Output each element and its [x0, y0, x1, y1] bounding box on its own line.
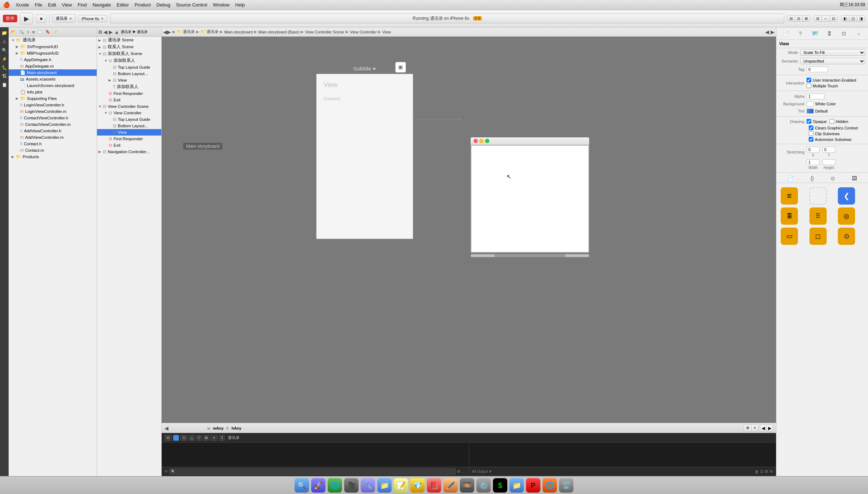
dock-books[interactable]: 📕 [427, 478, 441, 493]
tree-item-contactvc-m[interactable]: ▶ m ContactViewController.m [9, 121, 97, 128]
size-toggle-list[interactable]: ≡ [752, 425, 758, 431]
tree-item-addvc-h[interactable]: ▶ h AddViewController.h [9, 128, 97, 134]
view-toggle-1[interactable]: ⊟ [788, 16, 795, 21]
nav-branch-icon[interactable]: ⑂ [27, 30, 29, 34]
scene-add-bottom-layout[interactable]: ▶ ⊟ Bottom Layout... [97, 70, 161, 77]
tree-item-products[interactable]: ▶ 📁 Products [9, 154, 97, 160]
menu-xcode[interactable]: Xcode [16, 2, 29, 8]
editor-toggle-3[interactable]: ⊡ [830, 16, 837, 21]
output-split-icon[interactable]: ⊡ [760, 469, 763, 474]
output-btn-6[interactable]: ⊠ [203, 435, 209, 441]
tree-item-launchscreen[interactable]: ▶ 📄 LaunchScreen.storyboard [9, 82, 97, 89]
scene-tongxun[interactable]: ▶ ⊟ 通讯录 Scene [97, 37, 161, 44]
scene-add-top-layout[interactable]: ▶ ⊟ Top Layout Guide [97, 64, 161, 70]
scene-add-exit[interactable]: ▶ ⊙ Exit [97, 97, 161, 103]
scene-vc-expanded[interactable]: ▼ ⊟ View Controller Scene [97, 103, 161, 110]
canvas-scrollbar-h[interactable] [471, 254, 589, 257]
menu-source-control[interactable]: Source Control [176, 2, 207, 8]
nav-issues-icon[interactable]: ⚡ [53, 29, 58, 34]
dock-pen[interactable]: 🖊️ [443, 478, 458, 493]
tint-color-swatch[interactable] [807, 109, 814, 114]
up-arrow-button[interactable]: ▲ [114, 29, 119, 35]
lib-code-icon[interactable]: {} [811, 175, 814, 181]
hidden-checkbox[interactable] [830, 119, 834, 124]
storyboard-canvas[interactable]: Main storyboard Subtitle ▶ ⊞ View Conten… [162, 37, 776, 423]
lib-icon-6[interactable]: ◎ [838, 207, 855, 225]
lib-file-icon[interactable]: 📄 [788, 175, 794, 181]
editor-toggle-1[interactable]: ⊟ [814, 16, 822, 21]
dock-trash[interactable]: 🗑️ [559, 478, 573, 493]
clears-graphics-checkbox[interactable] [809, 125, 813, 130]
lib-obj-icon[interactable]: ⊙ [831, 175, 835, 181]
stretching-x-input[interactable] [807, 147, 819, 152]
win-minimize-btn[interactable] [479, 139, 484, 143]
inspector-semantic-select[interactable]: Unspecified [800, 58, 865, 64]
multiple-touch-checkbox[interactable] [807, 83, 811, 88]
tree-item-addvc-m[interactable]: ▶ m AddViewController.m [9, 134, 97, 141]
size-any-w[interactable]: wAny [213, 426, 223, 430]
view-controller-icon[interactable]: ⊞ [395, 62, 406, 73]
dock-xcode[interactable]: 🔧 [361, 478, 375, 493]
output-expand-icon[interactable]: ⊞ [765, 469, 768, 474]
breadcrumb-forward[interactable]: ▶ [167, 29, 171, 35]
dock-safari[interactable]: 🌐 [328, 478, 342, 493]
stop-button[interactable]: ■ [36, 14, 46, 23]
scene-vc-top-layout[interactable]: ▶ ⊟ Top Layout Guide [97, 116, 161, 123]
bg-color-swatch[interactable] [807, 101, 814, 106]
tree-item-appdelegate-m[interactable]: ▶ m AppDelegate.m [9, 63, 97, 69]
output-filter-input[interactable]: 🔍 [169, 468, 456, 475]
stretching-width-input[interactable] [807, 159, 819, 165]
lib-icon-9[interactable]: ⊙ [838, 228, 855, 245]
menu-find[interactable]: Find [78, 2, 87, 8]
size-arrow-left[interactable]: ◀ [760, 425, 767, 431]
dock-media[interactable]: 🎞️ [460, 478, 474, 493]
output-btn-8[interactable]: ↧ [219, 435, 225, 441]
opaque-checkbox[interactable] [807, 119, 811, 124]
stretching-y-input[interactable] [822, 147, 835, 152]
menu-debug[interactable]: Debug [157, 2, 170, 8]
breadcrumb-main-storyboard[interactable]: Main.storyboard [224, 30, 253, 34]
tree-item-supporting[interactable]: ▶ 📁 Supporting Files [9, 95, 97, 102]
breadcrumb-main-base[interactable]: Main.storyboard (Base) [258, 30, 299, 34]
output-more-icon[interactable]: … [462, 470, 466, 474]
nav-icon-build[interactable]: 🏗 [2, 74, 6, 79]
subtitle-chevron[interactable]: ▶ [373, 66, 376, 71]
output-filter-select[interactable]: All Output ▼ [472, 470, 493, 474]
scene-vc-exit[interactable]: ▶ ⊙ Exit [97, 142, 161, 148]
scene-add-vc[interactable]: ▼ ⊙ 添加联系人 [97, 57, 161, 64]
breadcrumb-vc-scene[interactable]: View Controller Scene [305, 30, 344, 34]
breadcrumb-tongxun1[interactable]: 📁 通讯录 [177, 29, 195, 35]
tree-item-contact-m[interactable]: ▶ m Contact.m [9, 147, 97, 154]
dock-browser[interactable]: 🌐 [542, 478, 557, 493]
tree-item-assets[interactable]: ▶ 🗂 Assets.xcassets [9, 76, 97, 82]
output-btn-4[interactable]: △ [189, 435, 195, 441]
nav-folder-icon[interactable]: 📂 [11, 29, 16, 35]
menu-help[interactable]: Help [235, 2, 245, 8]
tree-item-loginvc-h[interactable]: ▶ h LoginViewController.h [9, 102, 97, 108]
forward-arrow-button[interactable]: ▶ [109, 29, 113, 35]
output-btn-7[interactable]: ≡ [211, 435, 218, 441]
canvas-nav-left[interactable]: ◀ [165, 425, 168, 431]
output-settings-icon-r[interactable]: ⚙ [770, 469, 773, 474]
panel-toggle[interactable]: ◧ ◫ ◨ [841, 15, 865, 22]
dock-notes[interactable]: 📝 [394, 478, 408, 493]
lib-icon-1[interactable]: ≡ [781, 187, 798, 205]
win-maximize-btn[interactable] [485, 139, 489, 143]
nav-list-icon[interactable]: ≡ [32, 30, 34, 34]
breadcrumb-vc[interactable]: View Controller [350, 30, 377, 34]
panel-toggle-1[interactable]: ◧ [841, 16, 849, 21]
inspector-conn-icon[interactable]: ⬦ [855, 29, 863, 37]
scene-vc-bottom-layout[interactable]: ▶ ⊟ Bottom Layout... [97, 123, 161, 129]
autoresize-subviews-checkbox[interactable] [809, 137, 813, 142]
breadcrumb-back[interactable]: ◀ [163, 29, 167, 35]
nav-icon-debug[interactable]: 🐛 [2, 65, 7, 70]
menu-view[interactable]: View [62, 2, 72, 8]
output-btn-2[interactable] [173, 435, 179, 441]
tree-item-contact-h[interactable]: ▶ h Contact.h [9, 141, 97, 147]
clip-subviews-checkbox[interactable] [809, 131, 813, 136]
breadcrumb-nav-back[interactable]: ◀ [765, 29, 769, 35]
scene-vc[interactable]: ▼ ⊙ View Controller [97, 110, 161, 116]
dock-launchpad[interactable]: 🚀 [311, 478, 326, 493]
inspector-attr-icon[interactable]: 🎛 [826, 29, 834, 37]
tree-item-mbprogress[interactable]: ▶ 📁 MBProgressHUD [9, 50, 97, 56]
